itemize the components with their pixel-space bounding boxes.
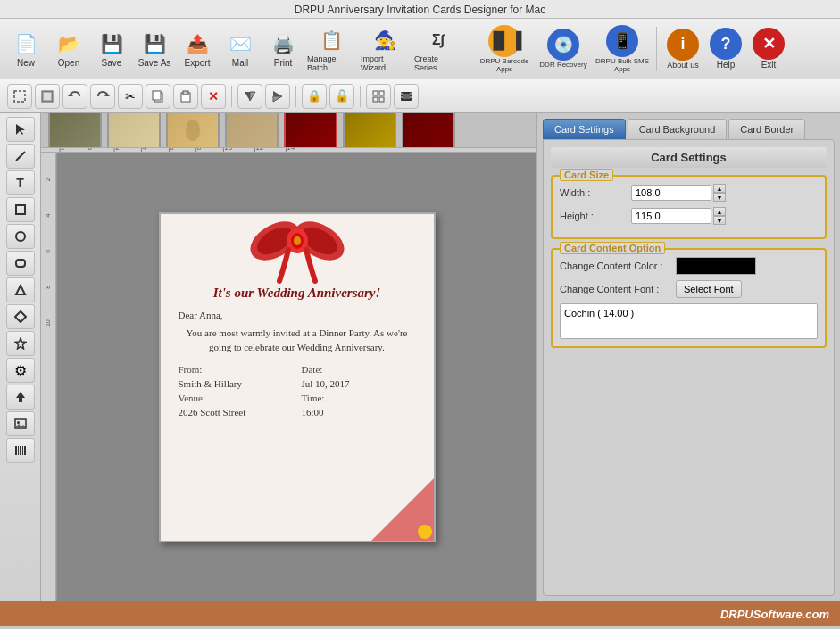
save-as-button[interactable]: 💾 Save As xyxy=(134,28,175,70)
export-icon: 📤 xyxy=(183,29,212,58)
image-tool-button[interactable] xyxy=(6,411,35,436)
vertical-ruler: 2 4 6 8 10 xyxy=(41,153,57,601)
select-font-button[interactable]: Select Font xyxy=(676,280,742,298)
redo-button[interactable] xyxy=(90,84,115,109)
circle-tool-button[interactable] xyxy=(6,224,35,249)
save-button[interactable]: 💾 Save xyxy=(91,28,132,70)
main-toolbar: 📄 New 📂 Open 💾 Save 💾 Save As 📤 Export ✉… xyxy=(0,19,840,79)
help-label: Help xyxy=(717,60,736,70)
film-icon xyxy=(400,90,412,103)
circle-icon xyxy=(14,230,27,243)
about-button[interactable]: i About us xyxy=(662,27,703,71)
exit-button[interactable]: ✕ Exit xyxy=(748,26,789,71)
thumbnail-5[interactable] xyxy=(284,113,337,148)
line-tool-button[interactable] xyxy=(6,144,35,169)
lock-button[interactable]: 🔒 xyxy=(302,84,327,109)
height-input[interactable] xyxy=(631,208,711,224)
ddr-recovery-button[interactable]: 💿 DDR Recovery xyxy=(535,27,592,70)
crop-tool-button[interactable] xyxy=(35,84,60,109)
star-tool-button[interactable] xyxy=(6,331,35,356)
gear-tool-button[interactable]: ⚙ xyxy=(6,358,35,383)
diamond-tool-button[interactable] xyxy=(6,304,35,329)
width-decrement-button[interactable]: ▼ xyxy=(713,193,726,202)
create-series-icon: Σ∫ xyxy=(424,26,453,54)
manage-batch-icon: 📋 xyxy=(317,26,345,54)
svg-marker-10 xyxy=(250,92,255,101)
rounded-rect-tool-button[interactable] xyxy=(6,251,35,276)
svg-rect-39 xyxy=(24,446,26,455)
left-tool-panel: T ⚙ xyxy=(0,113,41,601)
mail-button[interactable]: ✉️ Mail xyxy=(220,28,261,70)
tab-card-settings[interactable]: Card Settings xyxy=(543,119,626,139)
paste-icon xyxy=(179,90,192,103)
open-icon: 📂 xyxy=(54,29,83,58)
color-picker-button[interactable] xyxy=(676,257,756,275)
new-button[interactable]: 📄 New xyxy=(5,28,46,70)
copy-button[interactable] xyxy=(146,84,170,109)
barcode-tool-button[interactable] xyxy=(6,438,35,463)
thumbnail-3[interactable] xyxy=(166,113,220,148)
arrow-tool-button[interactable] xyxy=(6,385,35,410)
card-design[interactable]: It's our Wedding Anniversary! Dear Anna,… xyxy=(159,212,436,542)
drpu-barcode-button[interactable]: ▐▌▐ DRPU Barcode Apps xyxy=(476,23,533,75)
design-canvas[interactable]: It's our Wedding Anniversary! Dear Anna,… xyxy=(57,153,536,601)
drpu-sms-button[interactable]: 📱 DRPU Bulk SMS Apps xyxy=(594,23,651,75)
thumbnail-4[interactable] xyxy=(225,113,279,148)
text-tool-button[interactable]: T xyxy=(6,170,35,195)
card-size-label: Card Size xyxy=(560,169,613,181)
pointer-tool-button[interactable] xyxy=(6,117,35,142)
undo-icon xyxy=(68,89,82,103)
unlock-button[interactable]: 🔓 xyxy=(329,84,354,109)
barcode-insert-icon xyxy=(14,444,27,457)
thumbnail-2[interactable] xyxy=(107,113,161,148)
print-button[interactable]: 🖨️ Print xyxy=(262,28,304,70)
color-field-row: Change Content Color : xyxy=(560,257,818,275)
import-wizard-button[interactable]: 🧙 Import Wizard xyxy=(359,24,411,74)
barcode-icon: ▐▌▐ xyxy=(488,25,520,57)
canvas-wrapper: 2 4 6 8 10 xyxy=(41,153,536,601)
copy-icon xyxy=(152,90,164,103)
help-button[interactable]: ? Help xyxy=(705,26,746,71)
open-button[interactable]: 📂 Open xyxy=(48,28,89,70)
triangle-tool-button[interactable] xyxy=(6,277,35,302)
import-wizard-icon: 🧙 xyxy=(370,26,399,54)
delete-button[interactable]: ✕ xyxy=(201,84,226,109)
film-button[interactable] xyxy=(394,84,419,109)
height-field-row: Height : ▲ ▼ xyxy=(560,207,818,225)
tab-card-background[interactable]: Card Background xyxy=(628,119,728,139)
grid-button[interactable] xyxy=(366,84,391,109)
brand-text: DRPUSoftware.com xyxy=(720,608,829,621)
rect-tool-button[interactable] xyxy=(6,197,35,222)
thumb-3-decoration xyxy=(179,113,206,148)
thumbnail-7[interactable] xyxy=(402,113,455,148)
time-value: 16:00 xyxy=(302,407,416,418)
content-option-label: Card Content Option xyxy=(560,242,665,254)
thumbnail-6[interactable] xyxy=(343,113,396,148)
title-bar: DRPU Anniversary Invitation Cards Design… xyxy=(0,0,840,19)
tab-card-border[interactable]: Card Border xyxy=(728,119,805,139)
paste-button[interactable] xyxy=(173,84,198,109)
svg-marker-12 xyxy=(273,96,282,102)
height-decrement-button[interactable]: ▼ xyxy=(713,216,726,225)
height-label: Height : xyxy=(560,211,631,221)
card-body: Dear Anna, You are most warmly invited a… xyxy=(161,301,434,426)
manage-batch-button[interactable]: 📋 Manage Batch xyxy=(305,24,357,74)
height-increment-button[interactable]: ▲ xyxy=(713,207,726,216)
change-font-label: Change Content Font : xyxy=(560,284,676,294)
height-field-container: ▲ ▼ xyxy=(631,207,818,225)
undo-button[interactable] xyxy=(62,84,87,109)
separator-2 xyxy=(656,27,657,71)
thumbnail-1[interactable] xyxy=(48,113,102,148)
toolbar2-separator-1 xyxy=(231,86,232,107)
width-field-container: ▲ ▼ xyxy=(631,184,818,202)
export-button[interactable]: 📤 Export xyxy=(177,28,218,70)
bow-decoration xyxy=(244,212,351,288)
svg-marker-23 xyxy=(16,124,25,135)
width-increment-button[interactable]: ▲ xyxy=(713,184,726,193)
cut-button[interactable]: ✂ xyxy=(118,84,143,109)
create-series-button[interactable]: Σ∫ Create Series xyxy=(412,24,464,74)
select-tool-button[interactable] xyxy=(7,84,32,109)
flip-h-button[interactable] xyxy=(237,84,262,109)
flip-v-button[interactable] xyxy=(265,84,290,109)
width-input[interactable] xyxy=(631,185,711,201)
